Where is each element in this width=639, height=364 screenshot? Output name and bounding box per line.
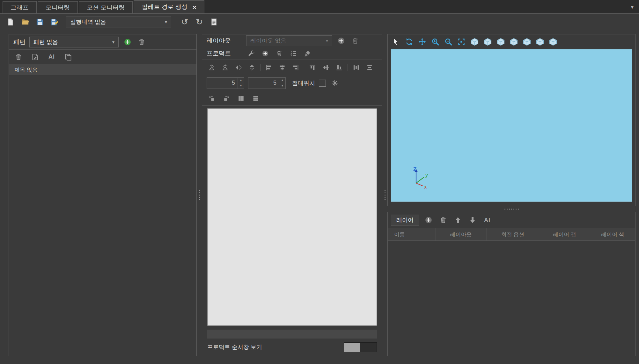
move-layer-down-button[interactable] — [467, 215, 478, 225]
edit-pattern-button[interactable] — [30, 52, 40, 62]
add-pattern-button[interactable] — [122, 37, 133, 47]
rotate-pattern-cw-button[interactable] — [221, 93, 231, 103]
product-order-toggle[interactable] — [344, 342, 377, 352]
align-middle-icon — [323, 64, 329, 71]
redo-button[interactable]: ↻ — [194, 16, 205, 28]
tab-motion-monitoring[interactable]: 모션 모니터링 — [79, 1, 133, 13]
pan-view-button[interactable] — [417, 37, 427, 47]
delete-layout-button[interactable] — [350, 36, 360, 46]
main-content: 패턴 패턴 없음 ▾ AI 제목 없음 — [0, 30, 639, 364]
distribute-horizontal-button[interactable] — [351, 62, 361, 73]
align-right-button[interactable] — [290, 62, 301, 73]
open-file-button[interactable] — [19, 16, 31, 28]
pattern-list-item[interactable]: 제목 없음 — [9, 64, 196, 76]
horizontal-splitter[interactable] — [387, 206, 635, 212]
app-window: 그래프 모니터링 모션 모니터링 팔레트 경로 생성 × ▾ 실행내역 없음 ▾… — [0, 0, 639, 364]
pattern-canvas[interactable] — [207, 108, 377, 326]
absolute-position-checkbox[interactable] — [319, 80, 326, 87]
stepper-buttons[interactable]: ▲ ▼ — [238, 78, 244, 89]
count-position-row: ▲ ▼ ▲ ▼ 절대위치 — [202, 75, 382, 91]
left-splitter[interactable] — [197, 34, 202, 356]
history-dropdown[interactable]: 실행내역 없음 ▾ — [66, 17, 171, 27]
add-layer-button[interactable] — [423, 215, 434, 225]
stepper-up-icon[interactable]: ▲ — [279, 78, 285, 83]
zoom-in-button[interactable] — [430, 37, 440, 47]
view-cube-iso-icon — [470, 38, 479, 46]
arrow-up-icon — [454, 217, 461, 224]
new-file-button[interactable] — [5, 16, 16, 28]
canvas-scrollbar[interactable] — [207, 330, 377, 339]
save-button[interactable] — [34, 16, 46, 28]
x-count-input[interactable] — [207, 78, 238, 89]
save-icon — [36, 18, 44, 26]
zoom-out-button[interactable] — [443, 37, 453, 47]
view-top-button[interactable] — [482, 37, 493, 47]
align-top-button[interactable] — [307, 62, 318, 73]
y-count-input[interactable] — [248, 78, 279, 89]
delete-pattern-button[interactable] — [136, 37, 147, 47]
view-cube-back-icon — [510, 38, 518, 46]
undo-button[interactable]: ↺ — [179, 16, 190, 28]
stepper-buttons[interactable]: ▲ ▼ — [279, 78, 285, 89]
zoom-fit-button[interactable] — [456, 37, 466, 47]
tab-pallet-path-generation[interactable]: 팔레트 경로 생성 × — [134, 0, 204, 13]
delete-pattern-item-button[interactable] — [13, 52, 24, 62]
position-settings-button[interactable] — [330, 78, 340, 88]
toggle-knob — [344, 343, 360, 352]
rotate-view-button[interactable] — [404, 37, 414, 47]
add-product-button[interactable] — [260, 48, 270, 59]
save-as-button[interactable] — [49, 16, 60, 28]
rename-pattern-button[interactable]: AI — [47, 52, 57, 62]
view-iso-button[interactable] — [469, 37, 480, 47]
view-back-button[interactable] — [509, 37, 519, 47]
product-settings-button[interactable] — [246, 48, 256, 59]
align-left-button[interactable] — [264, 62, 274, 73]
rename-layer-button[interactable]: AI — [482, 215, 492, 225]
rotate-ccw-button[interactable] — [207, 62, 217, 73]
flip-vertical-icon — [249, 64, 255, 71]
execution-log-button[interactable] — [208, 16, 220, 28]
align-bottom-button[interactable] — [334, 62, 344, 73]
viewport-3d[interactable]: Z y x — [391, 49, 632, 202]
distribute-vertical-icon — [366, 64, 373, 71]
rotate-pattern-ccw-button[interactable] — [207, 93, 217, 103]
stepper-up-icon[interactable]: ▲ — [238, 78, 244, 83]
tab-overflow-chevron-icon[interactable]: ▾ — [631, 4, 634, 11]
clear-products-button[interactable] — [302, 48, 312, 59]
view-front-button[interactable] — [496, 37, 506, 47]
asterisk-icon — [332, 80, 338, 86]
arrow-down-icon — [469, 217, 476, 224]
stepper-down-icon[interactable]: ▼ — [238, 83, 244, 89]
y-count-stepper[interactable]: ▲ ▼ — [248, 77, 286, 89]
flip-vertical-button[interactable] — [247, 62, 257, 73]
tab-graph[interactable]: 그래프 — [3, 1, 37, 13]
right-splitter[interactable] — [382, 34, 387, 356]
align-center-horizontal-icon — [279, 64, 285, 71]
tab-monitoring[interactable]: 모니터링 — [38, 1, 78, 13]
flip-horizontal-button[interactable] — [233, 62, 244, 73]
rotate-cw-button[interactable] — [220, 62, 230, 73]
main-toolbar: 실행내역 없음 ▾ ↺ ↻ — [0, 14, 639, 30]
fill-columns-button[interactable] — [236, 93, 246, 103]
layout-dropdown[interactable]: 레이아웃 없음 ▾ — [246, 35, 332, 46]
duplicate-pattern-button[interactable] — [63, 52, 73, 62]
stepper-down-icon[interactable]: ▼ — [279, 83, 285, 89]
delete-product-button[interactable] — [274, 48, 284, 59]
select-tool-button[interactable] — [391, 37, 401, 47]
x-count-stepper[interactable]: ▲ ▼ — [207, 77, 244, 89]
delete-layer-button[interactable] — [438, 215, 448, 225]
distribute-vertical-button[interactable] — [364, 62, 375, 73]
wrench-icon — [248, 50, 254, 57]
fill-rows-button[interactable] — [251, 93, 261, 103]
product-order-list-button[interactable] — [288, 48, 298, 59]
pattern-dropdown[interactable]: 패턴 없음 ▾ — [29, 37, 119, 47]
distribute-horizontal-icon — [353, 64, 359, 71]
view-bottom-button[interactable] — [548, 37, 558, 47]
align-center-horizontal-button[interactable] — [277, 62, 287, 73]
view-right-button[interactable] — [535, 37, 545, 47]
add-layout-button[interactable] — [336, 36, 346, 46]
view-left-button[interactable] — [522, 37, 532, 47]
move-layer-up-button[interactable] — [453, 215, 463, 225]
align-middle-button[interactable] — [321, 62, 331, 73]
close-icon[interactable]: × — [193, 4, 196, 11]
